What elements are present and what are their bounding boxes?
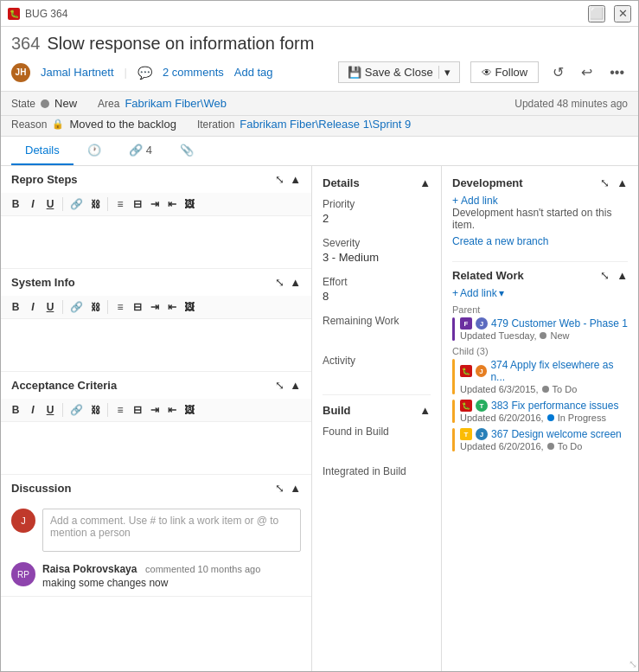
link-btn-ac[interactable]: 🔗 [67, 402, 86, 418]
state-dot [41, 99, 49, 108]
outdent-btn[interactable]: ⇤ [164, 196, 180, 212]
comments-link[interactable]: 2 comments [163, 66, 224, 79]
build-collapse-icon[interactable]: ▲ [419, 404, 431, 417]
tab-attachments[interactable]: 📎 [166, 137, 208, 165]
acceptance-criteria-header[interactable]: Acceptance Criteria ⤡ ▲ [1, 372, 311, 399]
details-collapse-icon[interactable]: ▲ [419, 176, 431, 189]
underline-button-ac[interactable]: U [42, 402, 58, 418]
expand-icon-ac[interactable]: ⤡ [275, 379, 284, 392]
child-3-id: 367 [491, 428, 508, 440]
dev-expand-icon[interactable]: ⤡ [600, 176, 610, 189]
expand-icon-disc[interactable]: ⤡ [275, 482, 284, 495]
iteration-value[interactable]: Fabrikam Fiber\Release 1\Sprint 9 [240, 118, 411, 131]
comment-entry: RP Raisa Pokrovskaya commented 10 months… [11, 562, 301, 589]
indent-btn-si[interactable]: ⇥ [147, 299, 163, 315]
save-close-label: Save & Close [365, 66, 433, 79]
undo-button[interactable]: ↩ [578, 61, 596, 84]
image-btn-ac[interactable]: 🖼 [182, 402, 197, 418]
child-3-title[interactable]: 367 Design welcome screen [491, 428, 622, 440]
iteration-label: Iteration [197, 118, 234, 131]
outdent-btn-ac[interactable]: ⇤ [164, 402, 180, 418]
repro-steps-actions: ⤡ ▲ [275, 173, 301, 186]
author-link[interactable]: Jamal Hartnett [41, 66, 114, 79]
collapse-icon-disc[interactable]: ▲ [290, 482, 301, 495]
expand-icon[interactable]: ⤡ [275, 173, 284, 186]
save-close-dropdown-arrow[interactable]: ▾ [438, 66, 450, 79]
link-btn2-si[interactable]: ⛓ [87, 300, 103, 314]
state-value[interactable]: New [54, 97, 77, 110]
integrated-in-build-value[interactable] [323, 479, 431, 493]
create-branch-link[interactable]: Create a new branch [452, 235, 548, 247]
repro-steps-header[interactable]: Repro Steps ⤡ ▲ [1, 166, 311, 193]
area-value[interactable]: Fabrikam Fiber\Web [125, 97, 227, 110]
list-btn-ac[interactable]: ≡ [112, 402, 128, 418]
related-collapse-icon[interactable]: ▲ [617, 269, 628, 282]
repro-steps-editor[interactable] [1, 216, 311, 268]
parent-item-title[interactable]: 479 Customer Web - Phase 1 [491, 317, 628, 330]
list-btn[interactable]: ≡ [112, 196, 128, 212]
underline-button-si[interactable]: U [42, 299, 58, 315]
ordered-list-btn-si[interactable]: ⊟ [130, 299, 145, 315]
underline-button[interactable]: U [42, 196, 58, 212]
child-2-avatar: T [476, 400, 488, 412]
reason-value[interactable]: Moved to the backlog [69, 118, 176, 131]
collapse-icon-si[interactable]: ▲ [290, 276, 301, 289]
discussion-header[interactable]: Discussion ⤡ ▲ [1, 475, 311, 502]
collapse-icon[interactable]: ▲ [290, 173, 301, 186]
follow-button[interactable]: 👁 Follow [470, 61, 540, 83]
tab-details[interactable]: Details [11, 137, 73, 165]
refresh-button[interactable]: ↺ [549, 61, 567, 84]
dev-add-link-button[interactable]: + Add link [452, 195, 628, 207]
indent-btn-ac[interactable]: ⇥ [147, 402, 163, 418]
add-tag-link[interactable]: Add tag [234, 66, 273, 79]
more-options-button[interactable]: ••• [606, 61, 628, 84]
title-bar-label: BUG 364 [25, 8, 67, 20]
ordered-list-btn[interactable]: ⊟ [130, 196, 145, 212]
system-info-header[interactable]: System Info ⤡ ▲ [1, 269, 311, 296]
system-info-editor[interactable] [1, 319, 311, 371]
link-btn-si[interactable]: 🔗 [67, 299, 86, 315]
bold-button-ac[interactable]: B [8, 402, 23, 418]
ordered-list-btn-ac[interactable]: ⊟ [130, 402, 145, 418]
outdent-btn-si[interactable]: ⇤ [164, 299, 180, 315]
maximize-button[interactable]: ⬜ [588, 5, 605, 22]
image-btn-si[interactable]: 🖼 [182, 299, 197, 315]
effort-value[interactable]: 8 [323, 290, 431, 303]
italic-button[interactable]: I [25, 196, 41, 212]
acceptance-criteria-editor[interactable] [1, 422, 311, 474]
child-2-title[interactable]: 383 Fix performance issues [491, 400, 618, 412]
add-link-dropdown-arrow[interactable]: ▾ [499, 287, 504, 299]
image-btn[interactable]: 🖼 [182, 196, 197, 212]
child-1-title[interactable]: 374 Apply fix elsewhere as n... [490, 359, 628, 383]
close-button[interactable]: ✕ [614, 5, 631, 22]
priority-value[interactable]: 2 [323, 212, 431, 225]
found-in-build-value[interactable] [323, 439, 431, 453]
left-panel: Repro Steps ⤡ ▲ B I U 🔗 ⛓ ≡ ⊟ ⇥ ⇤ 🖼 [1, 166, 312, 672]
italic-button-ac[interactable]: I [25, 402, 41, 418]
child-3-row: T J 367 Design welcome screen [460, 428, 628, 440]
link-btn2-ac[interactable]: ⛓ [87, 403, 103, 417]
child-2-meta: Updated 6/20/2016, In Progress [460, 413, 628, 423]
activity-value[interactable] [323, 368, 431, 382]
indent-btn[interactable]: ⇥ [147, 196, 163, 212]
italic-button-si[interactable]: I [25, 299, 41, 315]
remaining-work-value[interactable] [323, 329, 431, 342]
bold-button[interactable]: B [8, 196, 23, 212]
link-btn[interactable]: 🔗 [67, 196, 86, 212]
list-btn-si[interactable]: ≡ [112, 299, 128, 315]
related-add-link-button[interactable]: + Add link ▾ [452, 287, 628, 299]
tab-links[interactable]: 🔗 4 [115, 137, 166, 165]
tab-history[interactable]: 🕐 [73, 137, 115, 165]
severity-value[interactable]: 3 - Medium [323, 251, 431, 264]
related-expand-icon[interactable]: ⤡ [600, 269, 610, 282]
dev-collapse-icon[interactable]: ▲ [617, 176, 628, 189]
expand-icon-si[interactable]: ⤡ [275, 276, 284, 289]
save-close-button[interactable]: 💾 Save & Close ▾ [338, 61, 460, 83]
link-btn2[interactable]: ⛓ [87, 197, 103, 211]
tab-details-label: Details [25, 144, 60, 157]
comment-input[interactable]: Add a comment. Use # to link a work item… [42, 509, 301, 552]
system-info-toolbar: B I U 🔗 ⛓ ≡ ⊟ ⇥ ⇤ 🖼 [1, 296, 311, 319]
bold-button-si[interactable]: B [8, 299, 23, 315]
collapse-icon-ac[interactable]: ▲ [290, 379, 301, 392]
priority-field: Priority 2 [323, 198, 431, 225]
